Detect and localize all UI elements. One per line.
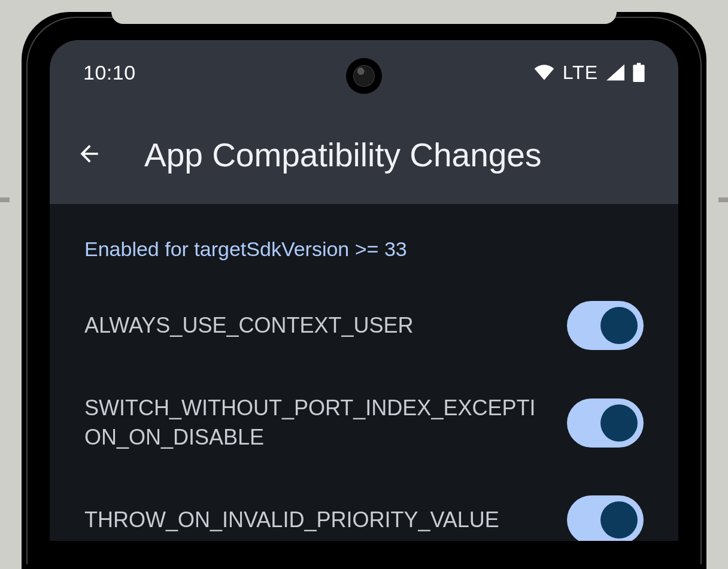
compat-row-label: ALWAYS_USE_CONTEXT_USER xyxy=(84,311,413,340)
toggle-thumb xyxy=(600,501,638,538)
cellular-icon xyxy=(606,64,624,81)
screen: 10:10 LTE xyxy=(50,40,678,541)
network-label: LTE xyxy=(563,62,598,84)
camera-lens-icon xyxy=(353,65,375,87)
back-button[interactable] xyxy=(76,142,102,168)
device-frame-inner: 10:10 LTE xyxy=(35,25,693,556)
compat-row[interactable]: SWITCH_WITHOUT_PORT_INDEX_EXCEPTION_ON_D… xyxy=(84,394,644,452)
compat-row[interactable]: ALWAYS_USE_CONTEXT_USER xyxy=(84,299,644,352)
compat-row-label: THROW_ON_INVALID_PRIORITY_VALUE xyxy=(84,506,499,535)
section-label: Enabled for targetSdkVersion >= 33 xyxy=(84,238,644,261)
toggle-switch[interactable] xyxy=(567,398,644,448)
toggle-switch[interactable] xyxy=(567,495,644,541)
volume-button xyxy=(721,392,728,569)
wifi-icon xyxy=(534,65,554,80)
content: Enabled for targetSdkVersion >= 33 ALWAY… xyxy=(50,204,678,541)
device-frame: 10:10 LTE xyxy=(10,0,718,569)
compat-row-label: SWITCH_WITHOUT_PORT_INDEX_EXCEPTION_ON_D… xyxy=(84,394,543,452)
toggle-switch[interactable] xyxy=(567,301,644,350)
status-icons: LTE xyxy=(534,62,645,84)
status-time: 10:10 xyxy=(83,61,136,84)
compat-row[interactable]: THROW_ON_INVALID_PRIORITY_VALUE xyxy=(84,494,644,541)
toggle-thumb xyxy=(600,404,638,442)
toggle-thumb xyxy=(600,307,638,344)
titlebar: App Compatibility Changes xyxy=(50,88,678,174)
arrow-back-icon xyxy=(76,141,102,169)
battery-icon xyxy=(633,63,645,82)
camera-cutout xyxy=(346,58,382,94)
page-title: App Compatibility Changes xyxy=(144,136,541,174)
